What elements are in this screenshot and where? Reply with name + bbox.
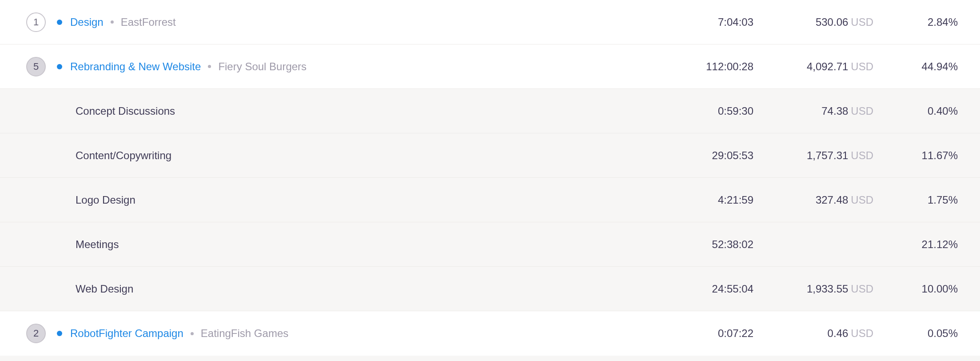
task-row[interactable]: Web Design24:55:041,933.55USD10.00%	[0, 267, 980, 311]
task-name-cell: Concept Discussions	[76, 105, 656, 117]
subtask-count-badge[interactable]: 5	[26, 57, 46, 76]
task-name-cell: Web Design	[76, 283, 656, 295]
task-name: Logo Design	[76, 194, 135, 206]
percent-value: 0.40%	[873, 105, 962, 117]
percent-value: 21.12%	[873, 238, 962, 251]
project-row[interactable]: 5Rebranding & New WebsiteFiery Soul Burg…	[0, 44, 980, 89]
task-name-cell: Logo Design	[76, 194, 656, 206]
percent-value: 44.94%	[873, 60, 962, 73]
amount-currency: USD	[851, 16, 873, 28]
task-name-cell: Content/Copywriting	[76, 149, 656, 162]
amount-cell: 0.46USD	[753, 327, 873, 340]
amount-cell: 530.06USD	[753, 16, 873, 28]
duration-value: 52:38:02	[656, 238, 753, 251]
project-row[interactable]: 2RobotFighter CampaignEatingFish Games0:…	[0, 311, 980, 356]
duration-value: 7:04:03	[656, 16, 753, 28]
amount-cell: 74.38USD	[753, 105, 873, 117]
amount-value: 1,933.55	[807, 283, 848, 295]
task-name: Web Design	[76, 283, 133, 295]
project-color-dot-icon	[57, 331, 62, 336]
task-name: Content/Copywriting	[76, 149, 171, 162]
task-row[interactable]: Meetings52:38:0221.12%	[0, 222, 980, 267]
amount-value: 4,092.71	[807, 60, 848, 72]
expand-badge-wrap: 2	[18, 324, 54, 343]
client-name: Fiery Soul Burgers	[218, 60, 307, 73]
amount-value: 74.38	[821, 105, 848, 117]
amount-currency: USD	[851, 194, 873, 206]
task-name: Concept Discussions	[76, 105, 175, 117]
duration-value: 0:59:30	[656, 105, 753, 117]
task-row[interactable]: Content/Copywriting29:05:531,757.31USD11…	[0, 133, 980, 178]
amount-value: 530.06	[816, 16, 848, 28]
amount-cell: 1,757.31USD	[753, 149, 873, 162]
amount-cell: 4,092.71USD	[753, 60, 873, 73]
project-color-dot-icon	[57, 64, 62, 69]
duration-value: 24:55:04	[656, 283, 753, 295]
amount-value: 327.48	[816, 194, 848, 206]
project-name-link[interactable]: Rebranding & New Website	[70, 60, 201, 73]
project-color-dot-icon	[57, 20, 62, 25]
duration-value: 4:21:59	[656, 194, 753, 206]
amount-currency: USD	[851, 105, 873, 117]
expand-badge-wrap: 1	[18, 12, 54, 32]
amount-currency: USD	[851, 283, 873, 295]
amount-cell: 1,933.55USD	[753, 283, 873, 295]
separator-dot-icon	[208, 65, 211, 68]
client-name: EatingFish Games	[201, 327, 288, 340]
amount-currency: USD	[851, 327, 873, 339]
percent-value: 10.00%	[873, 283, 962, 295]
project-name-cell: RobotFighter CampaignEatingFish Games	[54, 327, 656, 340]
project-name-cell: DesignEastForrest	[54, 16, 656, 28]
duration-value: 29:05:53	[656, 149, 753, 162]
report-table: 1DesignEastForrest7:04:03530.06USD2.84%5…	[0, 0, 980, 356]
separator-dot-icon	[191, 332, 194, 335]
duration-value: 0:07:22	[656, 327, 753, 340]
client-name: EastForrest	[121, 16, 176, 28]
amount-cell: 327.48USD	[753, 194, 873, 206]
percent-value: 1.75%	[873, 194, 962, 206]
amount-value: 0.46	[828, 327, 849, 339]
task-name-cell: Meetings	[76, 238, 656, 251]
percent-value: 2.84%	[873, 16, 962, 28]
subtask-count-badge[interactable]: 2	[26, 324, 46, 343]
project-name-link[interactable]: RobotFighter Campaign	[70, 327, 183, 340]
amount-currency: USD	[851, 60, 873, 72]
task-row[interactable]: Logo Design4:21:59327.48USD1.75%	[0, 178, 980, 222]
subtask-count-badge[interactable]: 1	[26, 12, 46, 32]
expand-badge-wrap: 5	[18, 57, 54, 76]
project-name-cell: Rebranding & New WebsiteFiery Soul Burge…	[54, 60, 656, 73]
amount-currency: USD	[851, 149, 873, 161]
project-row[interactable]: 1DesignEastForrest7:04:03530.06USD2.84%	[0, 0, 980, 44]
task-row[interactable]: Concept Discussions0:59:3074.38USD0.40%	[0, 89, 980, 133]
separator-dot-icon	[111, 20, 114, 24]
percent-value: 0.05%	[873, 327, 962, 340]
percent-value: 11.67%	[873, 149, 962, 162]
task-name: Meetings	[76, 238, 119, 251]
amount-value: 1,757.31	[807, 149, 848, 161]
project-name-link[interactable]: Design	[70, 16, 104, 28]
duration-value: 112:00:28	[656, 60, 753, 73]
